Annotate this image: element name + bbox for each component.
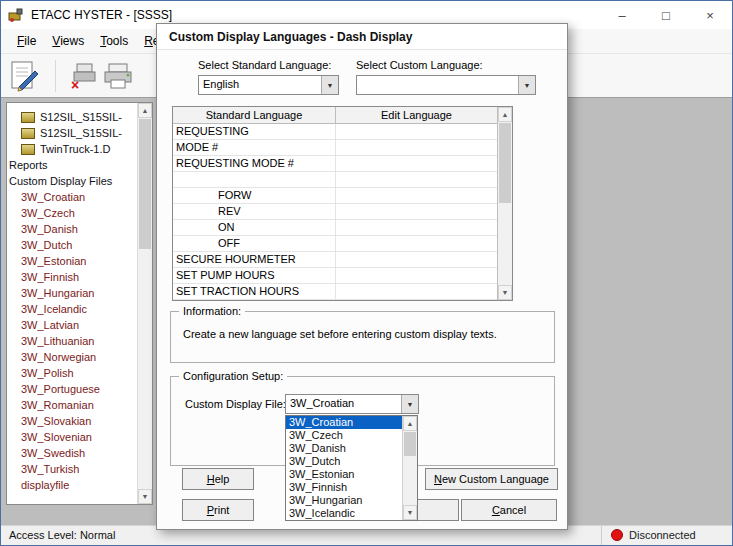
tree-item-3w-portuguese[interactable]: 3W_Portuguese xyxy=(9,381,135,397)
dropdown-item-3w-estonian[interactable]: 3W_Estonian xyxy=(286,468,402,481)
table-row[interactable]: FORW xyxy=(173,188,497,204)
table-row[interactable]: SET PUMP HOURS xyxy=(173,268,497,284)
table-scrollbar[interactable]: ▲ ▼ xyxy=(497,107,512,300)
printer-error-icon[interactable]: × xyxy=(70,61,98,91)
tree-item-label: displayfile xyxy=(21,479,69,491)
maximize-button[interactable]: □ xyxy=(644,1,688,29)
standard-language-select[interactable]: English ▼ xyxy=(198,75,339,95)
table-row[interactable]: SET TRACTION HOURS xyxy=(173,284,497,300)
tree-item-s12sil-s15sil-[interactable]: S12SIL_S15SIL- xyxy=(9,125,135,141)
close-button[interactable]: × xyxy=(688,1,732,29)
table-row[interactable]: REQUESTING xyxy=(173,124,497,140)
dropdown-item-3w-czech[interactable]: 3W_Czech xyxy=(286,429,402,442)
tree-item-3w-turkish[interactable]: 3W_Turkish xyxy=(9,461,135,477)
printer-icon[interactable] xyxy=(102,61,134,91)
edit-language-cell[interactable] xyxy=(336,268,497,283)
scroll-down-icon[interactable]: ▼ xyxy=(403,505,417,520)
scroll-up-icon[interactable]: ▲ xyxy=(138,103,152,118)
tree-item-3w-danish[interactable]: 3W_Danish xyxy=(9,221,135,237)
app-icon xyxy=(8,7,24,23)
menu-item-file[interactable]: File xyxy=(17,34,36,48)
tree-item-3w-norwegian[interactable]: 3W_Norwegian xyxy=(9,349,135,365)
scrollbar-thumb[interactable] xyxy=(499,123,511,203)
tree-item-3w-swedish[interactable]: 3W_Swedish xyxy=(9,445,135,461)
table-row[interactable] xyxy=(173,172,497,188)
edit-language-cell[interactable] xyxy=(336,284,497,299)
dropdown-item-3w-danish[interactable]: 3W_Danish xyxy=(286,442,402,455)
tree-item-3w-finnish[interactable]: 3W_Finnish xyxy=(9,269,135,285)
custom-display-file-select[interactable]: 3W_Croatian ▼ xyxy=(285,394,419,414)
new-custom-language-button[interactable]: New Custom Language xyxy=(425,468,558,490)
scrollbar-thumb[interactable] xyxy=(139,119,151,249)
tree-item-reports[interactable]: Reports xyxy=(9,157,135,173)
tree-item-displayfile[interactable]: displayfile xyxy=(9,477,135,493)
tree-item-label: 3W_Turkish xyxy=(21,463,79,475)
edit-language-cell[interactable] xyxy=(336,156,497,171)
edit-language-cell[interactable] xyxy=(336,172,497,187)
dropdown-item-3w-finnish[interactable]: 3W_Finnish xyxy=(286,481,402,494)
tree-item-custom-display-files[interactable]: Custom Display Files xyxy=(9,173,135,189)
dropdown-item-3w-icelandic[interactable]: 3W_Icelandic xyxy=(286,507,402,520)
dropdown-scrollbar[interactable]: ▲ ▼ xyxy=(402,416,417,520)
chevron-down-icon[interactable]: ▼ xyxy=(518,76,535,94)
tree-item-3w-polish[interactable]: 3W_Polish xyxy=(9,365,135,381)
print-button[interactable]: Print xyxy=(182,499,254,521)
tree-item-label: 3W_Croatian xyxy=(21,191,85,203)
tree-item-s12sil-s15sil-[interactable]: S12SIL_S15SIL- xyxy=(9,109,135,125)
table-row[interactable]: REQUESTING MODE # xyxy=(173,156,497,172)
tree-item-3w-estonian[interactable]: 3W_Estonian xyxy=(9,253,135,269)
dropdown-item-3w-dutch[interactable]: 3W_Dutch xyxy=(286,455,402,468)
table-row[interactable]: ON xyxy=(173,220,497,236)
menu-item-views[interactable]: Views xyxy=(52,34,84,48)
svg-text:×: × xyxy=(71,77,79,91)
tree-item-3w-slovakian[interactable]: 3W_Slovakian xyxy=(9,413,135,429)
tree-item-3w-czech[interactable]: 3W_Czech xyxy=(9,205,135,221)
standard-language-cell: REQUESTING MODE # xyxy=(173,156,336,171)
tree-item-3w-lithuanian[interactable]: 3W_Lithuanian xyxy=(9,333,135,349)
tree-item-3w-hungarian[interactable]: 3W_Hungarian xyxy=(9,285,135,301)
edit-language-cell[interactable] xyxy=(336,204,497,219)
edit-language-cell[interactable] xyxy=(336,252,497,267)
edit-language-cell[interactable] xyxy=(336,140,497,155)
standard-language-cell: REV xyxy=(173,204,336,219)
custom-file-dropdown-list: 3W_Croatian3W_Czech3W_Danish3W_Dutch3W_E… xyxy=(285,415,418,521)
edit-language-cell[interactable] xyxy=(336,188,497,203)
table-row[interactable]: REV xyxy=(173,204,497,220)
menu-item-tools[interactable]: Tools xyxy=(100,34,128,48)
edit-document-icon[interactable] xyxy=(9,59,41,93)
help-button[interactable]: Help xyxy=(182,468,254,490)
chevron-down-icon[interactable]: ▼ xyxy=(401,395,418,413)
dropdown-item-3w-hungarian[interactable]: 3W_Hungarian xyxy=(286,494,402,507)
tree-item-3w-icelandic[interactable]: 3W_Icelandic xyxy=(9,301,135,317)
tree-scrollbar[interactable]: ▲ ▼ xyxy=(137,103,152,504)
scrollbar-thumb[interactable] xyxy=(404,432,416,456)
edit-language-cell[interactable] xyxy=(336,220,497,235)
tree-item-3w-dutch[interactable]: 3W_Dutch xyxy=(9,237,135,253)
table-row[interactable]: MODE # xyxy=(173,140,497,156)
tree-item-label: 3W_Dutch xyxy=(21,239,72,251)
scroll-up-icon[interactable]: ▲ xyxy=(498,107,512,122)
tree-item-3w-slovenian[interactable]: 3W_Slovenian xyxy=(9,429,135,445)
tree-item-twintruck-1-d[interactable]: TwinTruck-1.D xyxy=(9,141,135,157)
dropdown-item-3w-croatian[interactable]: 3W_Croatian xyxy=(286,416,402,429)
edit-language-cell[interactable] xyxy=(336,236,497,251)
tree-item-3w-croatian[interactable]: 3W_Croatian xyxy=(9,189,135,205)
connection-status-icon xyxy=(611,529,623,541)
table-row[interactable]: OFF xyxy=(173,236,497,252)
scroll-up-icon[interactable]: ▲ xyxy=(403,416,417,431)
chevron-down-icon[interactable]: ▼ xyxy=(321,76,338,94)
cancel-button[interactable]: Cancel xyxy=(461,499,557,521)
tree-item-3w-latvian[interactable]: 3W_Latvian xyxy=(9,317,135,333)
custom-language-select[interactable]: ▼ xyxy=(356,75,536,95)
column-header-edit-language: Edit Language xyxy=(336,107,497,124)
table-row[interactable]: SECURE HOURMETER xyxy=(173,252,497,268)
tree-item-label: 3W_Danish xyxy=(21,223,78,235)
scroll-down-icon[interactable]: ▼ xyxy=(498,285,512,300)
tree-item-3w-romanian[interactable]: 3W_Romanian xyxy=(9,397,135,413)
scroll-down-icon[interactable]: ▼ xyxy=(138,489,152,504)
tree-item-label: Custom Display Files xyxy=(9,175,112,187)
minimize-button[interactable]: – xyxy=(600,1,644,29)
edit-language-cell[interactable] xyxy=(336,124,497,139)
configuration-group-label: Configuration Setup: xyxy=(179,370,287,382)
language-table: Standard Language Edit Language REQUESTI… xyxy=(172,106,513,301)
